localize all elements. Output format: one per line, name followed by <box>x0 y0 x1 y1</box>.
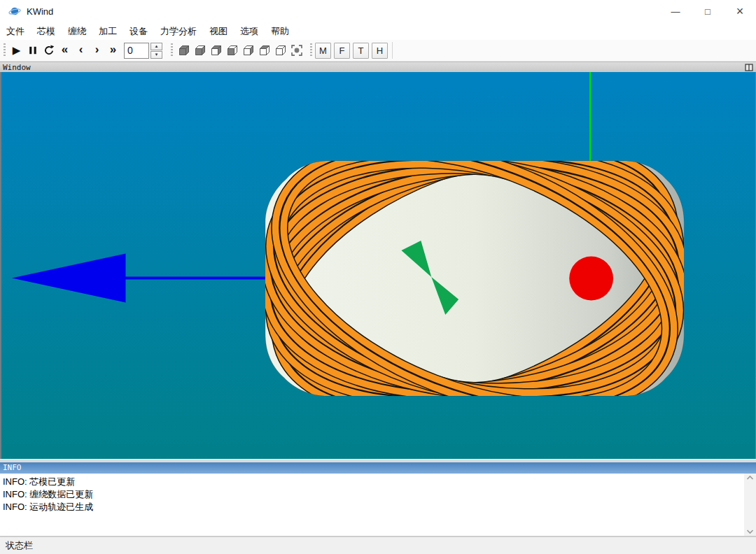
view-cube-top-right-icon <box>209 43 223 57</box>
frame-spin-down-button[interactable]: ▼ <box>150 51 162 59</box>
viewport-svg <box>1 72 755 459</box>
log-line: INFO: 缠绕数据已更新 <box>3 488 741 501</box>
view-cube-wireframe-icon <box>274 43 288 57</box>
forward-end-button[interactable]: » <box>105 42 121 59</box>
frame-spinner: ▲ ▼ <box>124 43 162 59</box>
menu-item-help[interactable]: 帮助 <box>265 23 295 40</box>
view-cube-right-icon <box>241 43 255 57</box>
viewport-3d[interactable] <box>0 72 756 459</box>
refresh-button[interactable] <box>41 42 57 59</box>
mode-button-h[interactable]: H <box>372 43 388 59</box>
refresh-icon <box>43 44 55 57</box>
menu-item-options[interactable]: 选项 <box>234 23 265 40</box>
window-controls: — □ × <box>659 0 756 22</box>
view-cube-top-icon <box>258 43 272 57</box>
minimize-button[interactable]: — <box>659 0 692 22</box>
status-text: 状态栏 <box>6 539 33 552</box>
view-cube-wireframe-button[interactable] <box>272 42 288 59</box>
window-title: KWind <box>27 6 53 17</box>
title-bar: KWind — □ × <box>0 0 756 22</box>
app-logo-icon <box>8 5 21 17</box>
view-cube-iso-solid-icon <box>177 43 191 57</box>
mdi-caption-bar: Window <box>0 62 756 72</box>
toolbar-grip[interactable] <box>169 43 174 57</box>
view-cube-front-button[interactable] <box>224 42 240 59</box>
view-cube-group <box>176 42 304 59</box>
zoom-extents-button[interactable] <box>288 42 304 59</box>
status-bar: 状态栏 <box>0 537 756 554</box>
zoom-extents-icon <box>290 43 304 57</box>
mdi-restore-icon <box>745 64 753 71</box>
scroll-down-icon <box>746 529 755 534</box>
menu-item-file[interactable]: 文件 <box>0 23 31 40</box>
step-forward-button[interactable]: › <box>89 42 105 59</box>
mode-button-m[interactable]: M <box>315 43 331 59</box>
view-cube-front-right-button[interactable] <box>192 42 208 59</box>
menu-item-mandrel[interactable]: 芯模 <box>31 23 62 40</box>
toolbar-grip[interactable] <box>2 43 6 57</box>
mode-button-f[interactable]: F <box>334 43 350 59</box>
step-back-button[interactable]: ‹ <box>73 42 89 59</box>
play-button[interactable]: ▶ <box>8 42 24 59</box>
close-button[interactable]: × <box>724 0 756 22</box>
app-window: KWind — □ × 文件 芯模 缠绕 加工 设备 力学分析 视图 选项 帮助… <box>0 0 756 554</box>
pause-icon <box>27 45 38 56</box>
maximize-button[interactable]: □ <box>692 0 724 22</box>
view-cube-front-icon <box>225 43 239 57</box>
mdi-restore-button[interactable] <box>745 64 753 71</box>
payout-marker <box>569 257 613 301</box>
log-list: INFO: 芯模已更新 INFO: 缠绕数据已更新 INFO: 运动轨迹已生成 <box>0 474 744 536</box>
toolbar-grip[interactable] <box>309 43 313 57</box>
menu-bar: 文件 芯模 缠绕 加工 设备 力学分析 视图 选项 帮助 <box>0 22 756 40</box>
log-line: INFO: 芯模已更新 <box>3 476 741 488</box>
pause-button[interactable] <box>24 42 41 59</box>
tool-bar: ▶ « ‹ › » ▲ ▼ M F T H <box>0 40 756 62</box>
scroll-up-icon <box>746 475 755 481</box>
menu-item-mechanics-analysis[interactable]: 力学分析 <box>154 23 203 40</box>
mode-button-t[interactable]: T <box>353 43 369 59</box>
frame-input[interactable] <box>124 43 149 59</box>
toolbar-separator <box>392 42 393 59</box>
frame-spin-up-button[interactable]: ▲ <box>150 43 162 50</box>
log-line: INFO: 运动轨迹已生成 <box>3 501 741 513</box>
view-cube-iso-solid-button[interactable] <box>176 42 192 59</box>
mdi-caption: Window <box>3 63 31 72</box>
view-cube-top-right-button[interactable] <box>208 42 224 59</box>
rewind-start-button[interactable]: « <box>57 42 73 59</box>
view-cube-front-right-icon <box>193 43 207 57</box>
menu-item-machining[interactable]: 加工 <box>92 23 123 40</box>
info-panel: INFO: 芯模已更新 INFO: 缠绕数据已更新 INFO: 运动轨迹已生成 <box>0 474 756 537</box>
menu-item-equipment[interactable]: 设备 <box>123 23 154 40</box>
view-cube-right-button[interactable] <box>240 42 256 59</box>
log-scrollbar[interactable] <box>744 474 756 536</box>
menu-item-winding[interactable]: 缠绕 <box>62 23 92 40</box>
menu-item-view[interactable]: 视图 <box>203 23 234 40</box>
info-panel-caption: INFO <box>0 462 756 474</box>
view-cube-top-button[interactable] <box>256 42 272 59</box>
